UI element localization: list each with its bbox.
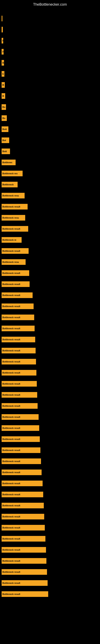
bar-row: Bottleneck resu: [0, 254, 100, 265]
bar-row: Bottleneck result: [0, 486, 100, 497]
bar-row: Bottleneck result: [0, 265, 100, 276]
bar: E: [1, 71, 4, 77]
bar: B: [1, 93, 5, 99]
bar-row: Bottleneck result: [0, 398, 100, 409]
bar: Bottleneck: [1, 182, 18, 187]
bar: Bottleneck result: [1, 547, 46, 553]
bar-row: Bottleneck result: [0, 331, 100, 342]
bar-row: F: [0, 32, 100, 44]
bar-label: Bottleneck result: [2, 582, 20, 584]
bar-row: Bottleneck result: [0, 442, 100, 453]
bar-row: Bottleneck result: [0, 497, 100, 508]
bar: Bottleneck result: [1, 326, 35, 331]
bar: Bott: [1, 126, 8, 132]
bar-label: Bottleneck result: [2, 349, 20, 352]
bar: Bottleneck result: [1, 304, 34, 309]
bar: F: [1, 38, 3, 44]
bar: Bottleneck result: [1, 480, 43, 486]
bar-row: Bottlenec: [0, 154, 100, 165]
bar-row: Bottleneck result: [0, 431, 100, 442]
bar: [1, 27, 3, 32]
bar-row: Bottleneck res: [0, 165, 100, 176]
bar-label: Bot: [2, 139, 6, 142]
bar-row: Bottleneck result: [0, 198, 100, 210]
bar-label: Bottleneck result: [2, 360, 20, 363]
bar: Bottleneck result: [1, 580, 48, 586]
bar-label: Bottleneck result: [2, 338, 20, 341]
bar: Bottleneck result: [1, 370, 36, 376]
bar: Bottleneck resu: [1, 193, 25, 198]
bar-row: [0, 10, 100, 21]
bar-row: Bo: [0, 110, 100, 121]
bar: Bottleneck resu: [1, 215, 25, 220]
bar: Bo: [1, 104, 6, 110]
bar-row: Bottleneck result: [0, 553, 100, 564]
bar-label: Bottleneck result: [2, 316, 20, 318]
bar-row: B: [0, 54, 100, 66]
bar-row: Bottleneck resu: [0, 210, 100, 220]
bar: [1, 16, 2, 21]
bar: Bottleneck result: [1, 569, 47, 575]
bar: Bottleneck result: [1, 204, 28, 210]
bar-row: Bottleneck result: [0, 475, 100, 486]
bar-label: B: [2, 95, 4, 97]
bar-row: Bott: [0, 121, 100, 132]
bar: Bottleneck result: [1, 591, 48, 597]
bar-label: Bottleneck result: [2, 504, 20, 507]
bar: Bottleneck result: [1, 226, 28, 232]
bar-label: Bottleneck result: [2, 405, 20, 407]
bar-label: Bottleneck result: [2, 372, 20, 374]
bar: Bottleneck result: [1, 403, 38, 409]
bar-row: Bottleneck result: [0, 287, 100, 298]
bar-row: E: [0, 66, 100, 77]
bar: Bottleneck result: [1, 314, 34, 320]
bar: Bottleneck result: [1, 281, 30, 287]
bar-label: B: [2, 62, 4, 64]
bar-label: Bottleneck result: [2, 526, 20, 529]
bar-label: Bo: [2, 117, 5, 119]
bar-label: Bottleneck result: [2, 272, 20, 274]
bar-row: Bottleneck result: [0, 464, 100, 475]
bar-row: Bottleneck resu: [0, 187, 100, 198]
bar-row: Bottleneck result: [0, 364, 100, 376]
bar-label: F: [2, 40, 3, 42]
bar-label: Bottleneck res: [2, 172, 18, 175]
bar-row: Bottleneck result: [0, 376, 100, 386]
bar-row: H: [0, 44, 100, 54]
bar-row: Bottleneck result: [0, 386, 100, 398]
bar: Bot: [1, 138, 9, 143]
bar-row: Bottleneck result: [0, 309, 100, 320]
bar-row: Bottleneck result: [0, 453, 100, 464]
bar-row: Bottleneck result: [0, 420, 100, 431]
bar-row: Bottleneck re: [0, 232, 100, 243]
bar: Bottleneck result: [1, 381, 37, 386]
bar: Bottleneck result: [1, 448, 40, 453]
bar: Bottleneck resu: [1, 259, 26, 265]
bar-label: B: [2, 84, 4, 86]
bar: Bottleneck result: [1, 436, 40, 442]
bar: Bottleneck result: [1, 470, 42, 475]
bar-label: Bottleneck result: [2, 493, 20, 496]
bar-label: Bott: [2, 150, 7, 152]
bar-label: Bottleneck result: [2, 382, 20, 385]
bar-label: H: [2, 50, 3, 53]
bar: Bottleneck result: [1, 392, 37, 398]
bar: Bottleneck result: [1, 348, 36, 354]
bar: Bottleneck res: [1, 171, 23, 176]
bar-row: [0, 21, 100, 32]
bar-row: B: [0, 88, 100, 99]
site-title-container: TheBottlenecker.com: [0, 0, 100, 8]
bar: Bottleneck result: [1, 414, 39, 420]
bar-row: Bottleneck result: [0, 564, 100, 575]
chart-area: FHBEBBBoBoBottBotBottBottlenecBottleneck…: [0, 8, 100, 599]
bar-row: Bottleneck result: [0, 530, 100, 542]
bar: H: [1, 49, 3, 54]
bar-label: Bottleneck result: [2, 560, 20, 562]
bar-row: Bottleneck result: [0, 586, 100, 597]
bar-label: Bottleneck result: [2, 283, 20, 285]
bar-label: Bottleneck result: [2, 394, 20, 396]
bar: Bottleneck result: [1, 536, 46, 542]
bar: Bottleneck result: [1, 337, 35, 342]
bar-label: Bottleneck result: [2, 228, 20, 230]
bar-label: Bottleneck result: [2, 449, 20, 452]
